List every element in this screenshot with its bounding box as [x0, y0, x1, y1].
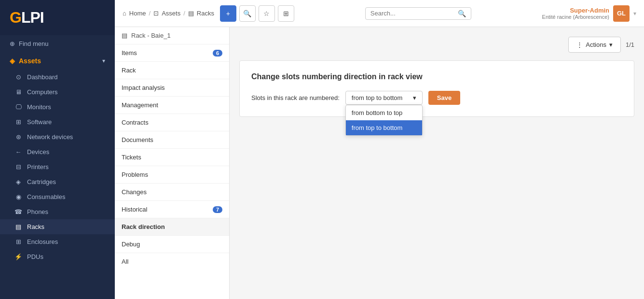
sidebar-item-printers[interactable]: ⊟Printers: [0, 159, 115, 174]
nav-item-label: Consumables: [27, 193, 66, 200]
panel-menu-label: Historical: [122, 206, 147, 213]
nav-icon-12: ⚡: [14, 253, 22, 260]
panel-menu-item-problems[interactable]: Problems: [115, 166, 229, 183]
panel-menu-label: Changes: [122, 188, 147, 196]
panel-menu-item-impact-analysis[interactable]: Impact analysis: [115, 79, 229, 96]
option-bottom-to-top[interactable]: from bottom to top: [346, 105, 422, 120]
nav-icon-11: ⊞: [14, 238, 22, 245]
sidebar-item-racks[interactable]: ▤Racks: [0, 219, 115, 234]
panel-menu-label: Rack: [122, 67, 136, 74]
search-input[interactable]: [370, 10, 455, 17]
nav-items-list: ⊙Dashboard🖥Computers🖵Monitors⊞Software⊛N…: [0, 70, 115, 264]
direction-dropdown[interactable]: from top to bottom ▾: [345, 91, 423, 105]
chevron-down-icon[interactable]: ▾: [633, 10, 636, 17]
breadcrumb-assets[interactable]: Assets: [162, 10, 180, 17]
panel-menu-item-all[interactable]: All: [115, 253, 229, 270]
option-top-to-bottom[interactable]: from top to bottom: [346, 120, 422, 135]
panel-menu-item-rack[interactable]: Rack: [115, 61, 229, 79]
panel-menu-item-contracts[interactable]: Contracts: [115, 114, 229, 131]
chevron-down-icon: ▾: [609, 41, 613, 48]
nav-icon-2: 🖵: [14, 103, 22, 111]
form-row: Slots in this rack are numbered: from to…: [251, 91, 622, 105]
sidebar-item-phones[interactable]: ☎Phones: [0, 204, 115, 219]
panel-menu-item-management[interactable]: Management: [115, 96, 229, 114]
nav-icon-9: ☎: [14, 208, 22, 215]
nav-icon-3: ⊞: [14, 118, 22, 126]
user-section: Super-Admin Entité racine (Arborescence)…: [542, 5, 636, 22]
toolbar-buttons: + 🔍 ☆ ⊞: [220, 5, 294, 22]
breadcrumb-racks[interactable]: Racks: [197, 10, 214, 17]
panel-menu-label: Tickets: [122, 154, 141, 161]
panel-menu-label: Management: [122, 101, 158, 109]
panel-menu-item-rack-direction[interactable]: Rack direction: [115, 218, 229, 235]
nav-icon-7: ◈: [14, 178, 22, 185]
direction-dropdown-menu: from bottom to top from top to bottom: [345, 105, 423, 136]
sidebar-item-monitors[interactable]: 🖵Monitors: [0, 100, 115, 114]
panel-icon: ▤: [122, 32, 127, 39]
find-menu-label: Find menu: [19, 40, 48, 47]
panel-menu-label: Documents: [122, 136, 153, 143]
nav-icon-4: ⊛: [14, 133, 22, 141]
search-button[interactable]: 🔍: [239, 5, 256, 22]
nav-item-label: Computers: [27, 88, 58, 96]
nav-item-label: Racks: [27, 223, 44, 230]
assets-icon: ◈: [10, 57, 15, 65]
sidebar-item-consumables[interactable]: ◉Consumables: [0, 189, 115, 204]
find-menu-item[interactable]: ⊕ Find menu: [0, 35, 115, 52]
home-icon: ⌂: [123, 10, 126, 17]
sidebar-item-computers[interactable]: 🖥Computers: [0, 85, 115, 100]
panel-menu-item-tickets[interactable]: Tickets: [115, 148, 229, 166]
sidebar-item-cartridges[interactable]: ◈Cartridges: [0, 174, 115, 189]
nav-item-label: Enclosures: [27, 238, 58, 245]
direction-dropdown-wrapper: from top to bottom ▾ from bottom to top …: [345, 91, 423, 105]
avatar[interactable]: GL: [613, 5, 630, 22]
actions-label: Actions: [586, 41, 606, 48]
panel-menu-label: Rack direction: [122, 223, 165, 230]
assets-icon: ⊡: [153, 10, 159, 17]
assets-nav-header[interactable]: ◈ Assets ▾: [0, 52, 115, 70]
panel-menu-label: Impact analysis: [122, 84, 165, 91]
sidebar-item-devices[interactable]: ←Devices: [0, 144, 115, 159]
panel-menu-item-changes[interactable]: Changes: [115, 183, 229, 200]
right-panel: ⋮ Actions ▾ 1/1 Change slots numbering d…: [230, 27, 644, 299]
find-menu-icon: ⊕: [10, 40, 15, 47]
panel-menu-label: Contracts: [122, 119, 149, 126]
nav-item-label: Software: [27, 118, 52, 126]
panel-menu-item-documents[interactable]: Documents: [115, 131, 229, 148]
search-icon: 🔍: [458, 10, 466, 17]
assets-nav-label: ◈ Assets: [10, 57, 41, 65]
nav-item-label: Cartridges: [27, 178, 56, 185]
sidebar-item-enclosures[interactable]: ⊞Enclosures: [0, 234, 115, 249]
breadcrumb: ⌂ Home / ⊡ Assets / ▤ Racks: [123, 10, 214, 17]
search-bar[interactable]: 🔍: [365, 7, 471, 20]
left-panel: ▤ Rack - Baie_1 Items6RackImpact analysi…: [115, 27, 230, 299]
save-button[interactable]: Save: [428, 91, 460, 105]
sidebar-item-network-devices[interactable]: ⊛Network devices: [0, 129, 115, 144]
bookmark-button[interactable]: ☆: [259, 5, 275, 22]
topbar: ⌂ Home / ⊡ Assets / ▤ Racks + 🔍 ☆ ⊞ 🔍 Su…: [115, 0, 644, 27]
grid-button[interactable]: ⊞: [278, 5, 294, 22]
user-info: Super-Admin Entité racine (Arborescence): [542, 7, 609, 20]
nav-item-label: Devices: [27, 148, 49, 156]
sidebar-item-pdus[interactable]: ⚡PDUs: [0, 249, 115, 264]
nav-item-label: Phones: [27, 208, 48, 215]
logo-area: GLPI: [0, 0, 115, 35]
actions-button[interactable]: ⋮ Actions ▾: [568, 37, 621, 53]
app-logo: GLPI: [10, 9, 44, 27]
panel-menu-item-debug[interactable]: Debug: [115, 235, 229, 253]
nav-item-label: Monitors: [27, 103, 51, 111]
chevron-down-icon: ▾: [413, 94, 416, 101]
panel-menu: Items6RackImpact analysisManagementContr…: [115, 44, 229, 270]
panel-menu-item-items[interactable]: Items6: [115, 44, 229, 61]
dialog-content: Change slots numbering direction in rack…: [239, 60, 634, 117]
panel-menu-label: Debug: [122, 241, 140, 248]
sidebar-item-software[interactable]: ⊞Software: [0, 114, 115, 129]
add-button[interactable]: +: [220, 5, 236, 22]
panel-header: ▤ Rack - Baie_1: [115, 27, 229, 44]
pagination: 1/1: [626, 41, 634, 48]
nav-icon-1: 🖥: [14, 88, 22, 96]
panel-toolbar: ⋮ Actions ▾ 1/1: [239, 37, 634, 53]
panel-menu-item-historical[interactable]: Historical7: [115, 200, 229, 218]
breadcrumb-home[interactable]: Home: [129, 10, 146, 17]
sidebar-item-dashboard[interactable]: ⊙Dashboard: [0, 70, 115, 85]
